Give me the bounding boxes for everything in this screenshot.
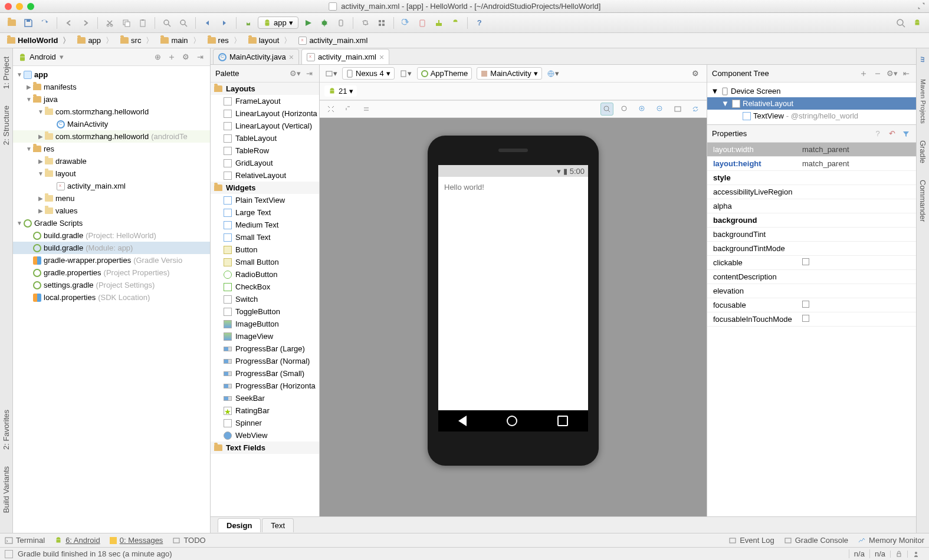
design-canvas[interactable]: ▾ ▮ 5:00 Hello world! (320, 118, 707, 516)
tree-node-gradle-wrapper[interactable]: gradle-wrapper.properties(Gradle Versio (13, 254, 210, 266)
property-value[interactable] (799, 315, 916, 324)
settings-button[interactable] (358, 16, 372, 30)
ct-node-textview[interactable]: TextView- @string/hello_world (707, 110, 916, 122)
tree-node-layout-file[interactable]: activity_main.xml (13, 180, 210, 192)
tree-node-res[interactable]: ▼res (13, 143, 210, 155)
paste-button[interactable] (136, 16, 150, 30)
project-view-selector[interactable]: Android (29, 52, 56, 61)
app-content-area[interactable]: Hello world! (438, 177, 588, 410)
memory-monitor-button[interactable]: Memory Monitor (858, 536, 924, 545)
undo-button[interactable] (62, 16, 76, 30)
zoom-out-button[interactable] (654, 103, 667, 116)
hide-button[interactable]: ⇤ (901, 68, 911, 79)
tab-design[interactable]: Design (218, 518, 261, 532)
structure-tool-button[interactable]: 2: Structure (2, 103, 11, 147)
device-selector[interactable]: Nexus 4▾ (342, 67, 395, 80)
hello-textview[interactable]: Hello world! (444, 183, 484, 192)
sdk-manager-button[interactable] (432, 16, 446, 30)
tree-node-drawable[interactable]: ▶drawable (13, 155, 210, 167)
shrink-button[interactable] (342, 103, 355, 116)
search-everywhere-button[interactable] (894, 16, 908, 30)
property-row[interactable]: background (707, 213, 916, 228)
palette-item-linearlayout-h[interactable]: LinearLayout (Horizonta (211, 107, 319, 120)
property-row[interactable]: style (707, 171, 916, 185)
terminal-tool-button[interactable]: Terminal (5, 536, 45, 545)
ct-node-relativelayout[interactable]: ▼RelativeLayout (707, 97, 916, 110)
open-file-button[interactable] (5, 16, 19, 30)
zoom-fit-button[interactable] (618, 103, 631, 116)
minimize-window-button[interactable] (16, 3, 23, 10)
commander-tool-button[interactable]: Commander (918, 177, 927, 225)
help-button[interactable]: ? (472, 16, 487, 30)
palette-item-largetext[interactable]: Large Text (211, 206, 319, 219)
debug-button[interactable] (317, 16, 331, 30)
favorites-tool-button[interactable]: 2: Favorites (2, 407, 11, 452)
palette-item-progressbar-h[interactable]: ProgressBar (Horizonta (211, 380, 319, 392)
property-row[interactable]: backgroundTint (707, 228, 916, 242)
tree-node-package-test[interactable]: ▶com.stormzhang.helloworld(androidTe (13, 130, 210, 143)
property-row[interactable]: contentDescription (707, 270, 916, 284)
palette-item-framelayout[interactable]: FrameLayout (211, 95, 319, 107)
theme-selector[interactable]: AppTheme (417, 67, 472, 80)
gear-icon[interactable]: ⚙▾ (290, 68, 300, 79)
scroll-to-source-button[interactable]: ⊕ (152, 52, 163, 62)
tree-node-java[interactable]: ▼java (13, 93, 210, 106)
tree-node-build-gradle-module[interactable]: build.gradle(Module: app) (13, 242, 210, 254)
palette-item-tablerow[interactable]: TableRow (211, 144, 319, 157)
property-row[interactable]: clickable (707, 256, 916, 270)
property-value[interactable]: match_parent (799, 145, 916, 154)
tree-node-gradle-properties[interactable]: gradle.properties(Project Properties) (13, 266, 210, 279)
breadcrumb-root[interactable]: HelloWorld〉 (4, 35, 74, 46)
screenshot-button[interactable] (671, 103, 684, 116)
run-button[interactable] (301, 16, 315, 30)
breadcrumb-file[interactable]: activity_main.xml (295, 36, 371, 45)
editor-tab-java[interactable]: MainActivity.java × (213, 49, 299, 64)
property-row[interactable]: focusableInTouchMode (707, 312, 916, 327)
ct-node-device[interactable]: ▼Device Screen (707, 85, 916, 97)
tree-node-menu[interactable]: ▶menu (13, 192, 210, 205)
cut-button[interactable] (103, 16, 117, 30)
filter-icon[interactable] (901, 129, 911, 139)
device-screen[interactable]: ▾ ▮ 5:00 Hello world! (438, 165, 588, 431)
forward-button[interactable] (217, 16, 231, 30)
palette-item-progressbar-s[interactable]: ProgressBar (Small) (211, 367, 319, 380)
status-indicator-icon[interactable] (5, 550, 13, 558)
todo-tool-button[interactable]: TODO (172, 536, 205, 545)
help-icon[interactable]: ? (872, 129, 883, 139)
palette-group-widgets[interactable]: Widgets (211, 182, 319, 194)
palette-item-progressbar-l[interactable]: ProgressBar (Large) (211, 342, 319, 355)
hide-button[interactable]: ⇥ (195, 52, 205, 62)
palette-item-imagebutton[interactable]: ImageButton (211, 318, 319, 330)
breadcrumb-layout[interactable]: layout〉 (245, 35, 296, 46)
checkbox-icon[interactable] (802, 301, 809, 308)
property-row[interactable]: elevation (707, 284, 916, 298)
palette-item-progressbar-n[interactable]: ProgressBar (Normal) (211, 355, 319, 367)
palette-item-seekbar[interactable]: SeekBar (211, 392, 319, 404)
palette-item-linearlayout-v[interactable]: LinearLayout (Vertical) (211, 120, 319, 132)
api-selector[interactable]: 21▾ (324, 85, 357, 97)
zoom-actual-button[interactable] (600, 103, 613, 116)
lock-icon[interactable] (890, 551, 907, 558)
gear-icon[interactable]: ⚙ (689, 67, 702, 80)
ddms-button[interactable] (448, 16, 462, 30)
palette-item-switch[interactable]: Switch (211, 293, 319, 305)
close-window-button[interactable] (5, 3, 12, 10)
palette-item-checkbox[interactable]: CheckBox (211, 281, 319, 293)
back-icon[interactable] (458, 416, 467, 426)
home-icon[interactable] (507, 416, 517, 426)
tree-node-values[interactable]: ▶values (13, 205, 210, 217)
tree-node-package[interactable]: ▼com.stormzhang.helloworld (13, 106, 210, 118)
run-config-selector[interactable]: app ▾ (258, 17, 298, 29)
palette-item-ratingbar[interactable]: ★RatingBar (211, 404, 319, 417)
palette-group-textfields[interactable]: Text Fields (211, 442, 319, 454)
maximize-window-button[interactable] (27, 3, 34, 10)
tree-node-settings-gradle[interactable]: settings.gradle(Project Settings) (13, 279, 210, 291)
property-value[interactable] (799, 258, 916, 267)
property-row[interactable]: accessibilityLiveRegion (707, 185, 916, 199)
palette-item-gridlayout[interactable]: GridLayout (211, 157, 319, 169)
event-log-button[interactable]: Event Log (728, 536, 774, 545)
property-row[interactable]: backgroundTintMode (707, 242, 916, 256)
checkbox-icon[interactable] (802, 258, 809, 265)
gradle-sync-button[interactable] (399, 16, 413, 30)
property-row[interactable]: alpha (707, 199, 916, 213)
